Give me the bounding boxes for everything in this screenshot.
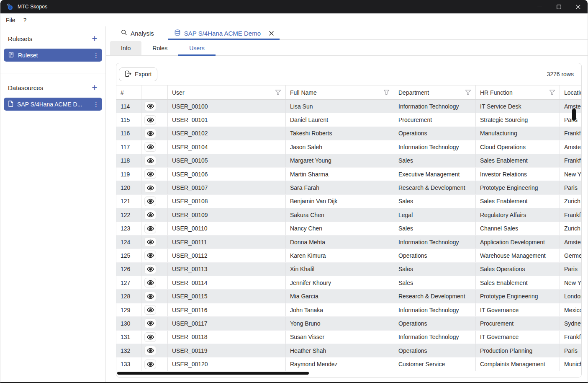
add-ruleset-button[interactable]: + [90, 34, 100, 43]
column-header-full_name[interactable]: Full Name [286, 85, 394, 99]
table-row[interactable]: 126USER_00113Xin KhalilSalesSales Operat… [116, 263, 581, 276]
sidebar-item-ruleset[interactable]: Ruleset ⋮ [4, 49, 102, 62]
filter-icon[interactable] [381, 89, 390, 96]
table-row[interactable]: 128USER_00115Mia GarciaResearch & Develo… [116, 290, 581, 303]
cell-location: Germersheim [560, 249, 581, 262]
column-header-num[interactable]: # [116, 85, 141, 99]
table-row[interactable]: 123USER_00110Nancy ChenSalesChannel Sale… [116, 222, 581, 235]
cell-location: Amsterdam [560, 140, 581, 153]
table-row[interactable]: 130USER_00117Yong BrunoOperationsProcure… [116, 317, 581, 330]
export-button[interactable]: Export [119, 67, 157, 81]
sidebar-item-datasource[interactable]: SAP S/4Hana ACME D... ⋮ [4, 98, 102, 111]
column-header-hr_function[interactable]: HR Function [476, 85, 560, 99]
cell-user: USER_00115 [168, 290, 286, 303]
ruleset-menu-icon[interactable]: ⋮ [93, 52, 99, 59]
column-header-location[interactable]: Location [560, 85, 581, 99]
column-label: Department [398, 89, 429, 96]
cell-full-name: Heather Shah [286, 344, 394, 357]
table-row[interactable]: 117USER_00104Jason SalehInformation Tech… [116, 140, 581, 154]
view-user-button[interactable] [144, 251, 156, 260]
table-row[interactable]: 124USER_00111Donna MehtaInformation Tech… [116, 235, 581, 249]
close-tab-icon[interactable] [269, 31, 274, 36]
cell-row-number: 132 [116, 344, 141, 357]
filter-icon[interactable] [272, 89, 281, 96]
cell-hr-function: Channel Sales [476, 222, 560, 235]
vertical-scrollbar[interactable] [572, 109, 576, 121]
cell-location: Paris [560, 344, 581, 357]
cell-hr-function: Manufacturing [476, 127, 560, 140]
add-datasource-button[interactable]: + [90, 83, 100, 92]
table-row[interactable]: 127USER_00114Jennifer KhourySalesSales E… [116, 276, 581, 290]
cell-department: Legal [394, 208, 476, 221]
tab-analysis[interactable]: Analysis [116, 26, 159, 40]
view-user-button[interactable] [144, 210, 156, 220]
view-user-button[interactable] [144, 224, 156, 233]
table-row[interactable]: 120USER_00107Sara FarahResearch & Develo… [116, 181, 581, 194]
view-user-button[interactable] [144, 318, 156, 328]
maximize-button[interactable] [549, 0, 568, 13]
tab-users[interactable]: Users [178, 41, 216, 55]
cell-user: USER_00112 [168, 249, 286, 262]
cell-user: USER_00116 [168, 303, 286, 316]
close-window-button[interactable] [568, 0, 588, 13]
cell-view [141, 154, 168, 167]
view-user-button[interactable] [144, 332, 156, 342]
table-row[interactable]: 129USER_00116John TanakaInformation Tech… [116, 303, 581, 317]
table-row[interactable]: 122USER_00109Sakura ChenLegalRegulatory … [116, 208, 581, 222]
tab-info[interactable]: Info [110, 41, 141, 55]
view-user-button[interactable] [144, 142, 156, 152]
table-row[interactable]: 121USER_00108Benjamin Van DijkSalesSales… [116, 195, 581, 208]
view-user-button[interactable] [144, 292, 156, 301]
view-user-button[interactable] [144, 101, 156, 111]
column-label: Full Name [290, 89, 317, 96]
table-row[interactable]: 119USER_00106Martin SharmaExecutive Mana… [116, 168, 581, 181]
horizontal-scrollbar[interactable] [117, 372, 309, 375]
table-row[interactable]: 131USER_00118Susan VisserInformation Tec… [116, 331, 581, 344]
cell-full-name: Takeshi Roberts [286, 127, 394, 140]
eye-icon [147, 199, 154, 204]
tab-datasource[interactable]: SAP S/4Hana ACME Demo [168, 26, 280, 40]
view-user-button[interactable] [144, 197, 156, 206]
table-row[interactable]: 118USER_00105Margaret YoungSalesSales En… [116, 154, 581, 168]
view-user-button[interactable] [144, 129, 156, 138]
table-row[interactable]: 132USER_00119Heather ShahOperationsProdu… [116, 344, 581, 357]
cell-row-number: 116 [116, 127, 141, 140]
view-user-button[interactable] [144, 264, 156, 274]
filter-icon[interactable] [547, 89, 555, 96]
menu-file[interactable]: File [6, 17, 15, 23]
table-row[interactable]: 116USER_00102Takeshi RobertsOperationsMa… [116, 127, 581, 140]
view-user-button[interactable] [144, 237, 156, 247]
filter-icon[interactable] [462, 89, 471, 96]
table-row[interactable]: 125USER_00112Karen KimuraOperationsWareh… [116, 249, 581, 262]
view-user-button[interactable] [144, 169, 156, 179]
view-user-button[interactable] [144, 115, 156, 125]
cell-hr-function: Sales Operations [476, 263, 560, 276]
cell-user: USER_00110 [168, 222, 286, 235]
column-header-department[interactable]: Department [394, 85, 476, 99]
table-toolbar: Export 3276 rows [116, 63, 581, 85]
menu-help[interactable]: ? [23, 17, 27, 23]
window-controls [530, 0, 588, 13]
table-row[interactable]: 133USER_00120Raymond MendezCustomer Serv… [116, 357, 581, 371]
view-user-button[interactable] [144, 156, 156, 166]
column-header-user[interactable]: User [168, 85, 286, 99]
view-user-button[interactable] [144, 278, 156, 287]
view-user-button[interactable] [144, 360, 156, 369]
cell-location: Amsterdam [560, 235, 581, 248]
view-user-button[interactable] [144, 305, 156, 315]
tab-roles[interactable]: Roles [141, 41, 178, 55]
datasource-menu-icon[interactable]: ⋮ [93, 101, 99, 108]
users-table-card: Export 3276 rows #UserFull NameDepartmen… [116, 63, 582, 378]
eye-icon [147, 144, 154, 150]
cell-user: USER_00120 [168, 357, 286, 370]
view-user-button[interactable] [144, 346, 156, 355]
tab-label: SAP S/4Hana ACME Demo [184, 30, 261, 37]
cell-user: USER_00117 [168, 317, 286, 330]
table-row[interactable]: 115USER_00101Daniel LaurentProcurementSt… [116, 113, 581, 127]
view-user-button[interactable] [144, 183, 156, 193]
minimize-button[interactable] [530, 0, 549, 13]
table-row[interactable]: 114USER_00100Lisa SunInformation Technol… [116, 100, 581, 113]
column-header-eye[interactable] [141, 85, 168, 99]
cell-department: Operations [394, 317, 476, 330]
menubar: File ? [0, 13, 588, 26]
